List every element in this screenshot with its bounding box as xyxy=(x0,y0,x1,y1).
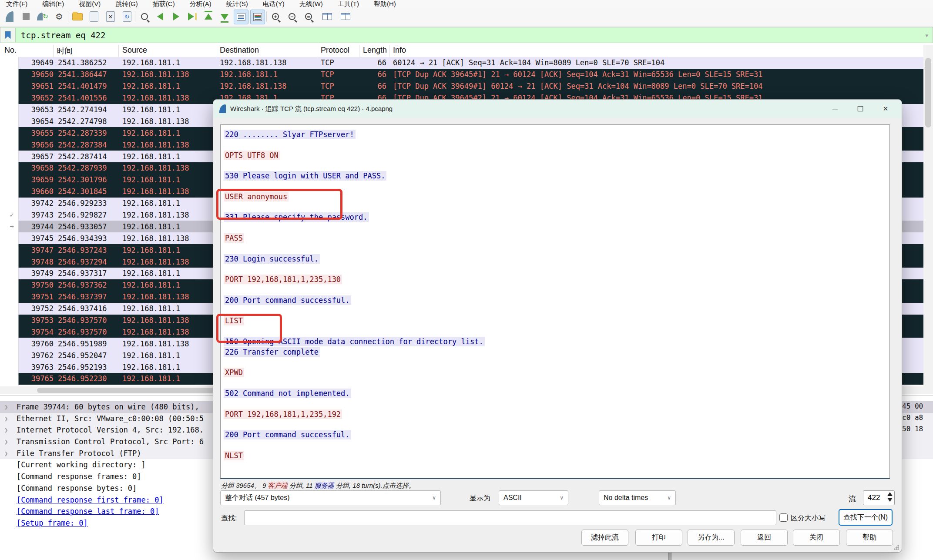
cell-time: 2546.952047 xyxy=(54,351,119,360)
filter-input[interactable]: tcp.stream eq 422 xyxy=(21,30,105,40)
filter-bookmark-icon[interactable] xyxy=(0,28,16,42)
cell-proto: TCP xyxy=(317,58,359,67)
vertical-scrollbar[interactable] xyxy=(923,45,933,394)
go-back-icon[interactable] xyxy=(153,10,167,23)
menu-item-11[interactable]: 帮助(H) xyxy=(374,0,396,8)
expand-chevron-icon[interactable]: ❯ xyxy=(4,436,8,448)
cell-no: 39660 xyxy=(18,187,54,196)
packet-bytes-pane: 45 00c0 a850 18 xyxy=(902,401,923,435)
minimize-button[interactable]: — xyxy=(822,100,848,118)
delta-times-combo[interactable]: No delta times∨ xyxy=(599,490,676,505)
vertical-scrollbar-thumb[interactable] xyxy=(925,58,931,127)
spinner-down-icon[interactable] xyxy=(887,498,893,502)
cell-gut xyxy=(0,315,5,326)
numbered-columns-icon[interactable] xyxy=(339,10,352,23)
cell-src: 192.168.181.1 xyxy=(119,105,216,114)
colorize-icon[interactable] xyxy=(250,10,265,24)
capture-options-icon[interactable]: ⚙ xyxy=(52,10,66,23)
cell-mark xyxy=(5,57,18,69)
cell-mark xyxy=(5,198,18,209)
cell-src: 192.168.181.1 xyxy=(119,374,216,383)
expand-chevron-icon[interactable]: ❯ xyxy=(4,413,8,425)
auto-scroll-icon[interactable] xyxy=(234,10,248,24)
menu-item-4[interactable]: 跳转(G) xyxy=(115,0,138,8)
close-button[interactable]: ✕ xyxy=(873,100,898,118)
stream-content[interactable]: 220 ........ Slyar FTPserver!OPTS UTF8 O… xyxy=(220,124,890,479)
cell-mark xyxy=(5,80,18,92)
maximize-button[interactable]: ☐ xyxy=(848,100,873,118)
stream-text: 226 Transfer complete xyxy=(224,347,320,357)
packet-row-39651[interactable]: 396512541.401479192.168.181.1192.168.181… xyxy=(0,80,923,92)
menu-item-10[interactable]: 工具(T) xyxy=(338,0,359,8)
stream-range-combo[interactable]: 整个对话 (457 bytes)∨ xyxy=(220,490,441,505)
dialog-title-bar[interactable]: Wireshark · 追踪 TCP 流 (tcp.stream eq 422)… xyxy=(213,100,902,118)
go-to-bottom-icon[interactable] xyxy=(218,10,232,24)
cell-no: 39765 xyxy=(18,374,54,383)
packet-row-39650[interactable]: 396502541.386447192.168.181.138192.168.1… xyxy=(0,69,923,80)
pane-splitter[interactable] xyxy=(668,553,671,560)
cell-no: 39763 xyxy=(18,363,54,372)
expand-chevron-icon[interactable]: ❯ xyxy=(4,401,8,413)
stream-line-blank xyxy=(221,326,889,337)
back-button[interactable]: 返回 xyxy=(741,530,788,546)
help-button[interactable]: 帮助 xyxy=(846,530,893,546)
start-capture-icon[interactable] xyxy=(3,10,17,23)
cell-info: [TCP Dup ACK 39645#1] 21 → 60124 [ACK] S… xyxy=(389,70,923,79)
col-length[interactable]: Length xyxy=(359,45,389,57)
case-sensitive-checkbox[interactable] xyxy=(779,513,788,522)
menu-item-2[interactable]: 编辑(E) xyxy=(42,0,64,8)
zoom-in-icon[interactable]: + xyxy=(268,10,282,23)
spinner-up-icon[interactable] xyxy=(887,492,893,496)
restart-capture-icon[interactable]: ↻ xyxy=(36,10,50,23)
zoom-reset-icon[interactable]: = xyxy=(302,10,315,23)
find-next-button[interactable]: 查找下一个(N) xyxy=(839,509,893,526)
save-as-button[interactable]: 另存为... xyxy=(688,530,735,546)
packet-row-39649[interactable]: 396492541.386252192.168.181.1192.168.181… xyxy=(0,57,923,69)
stream-number-spinner[interactable]: 422 xyxy=(863,490,895,505)
go-forward-icon[interactable] xyxy=(169,10,183,23)
cell-no: 39653 xyxy=(18,105,54,114)
reload-file-icon[interactable]: ↻ xyxy=(120,10,134,23)
resize-grip[interactable] xyxy=(894,545,899,550)
col-source[interactable]: Source xyxy=(119,45,216,57)
case-sensitive-label: 区分大小写 xyxy=(791,514,826,523)
menu-item-8[interactable]: 电话(Y) xyxy=(263,0,285,8)
filter-dropdown-icon[interactable]: ▾ xyxy=(925,32,928,39)
menu-item-3[interactable]: 视图(V) xyxy=(79,0,101,8)
menu-item-7[interactable]: 统计(S) xyxy=(226,0,248,8)
stream-text: 502 Command not implemented. xyxy=(224,389,351,398)
filter-out-stream-button[interactable]: 滤掉此流 xyxy=(581,530,628,546)
menu-item-6[interactable]: 分析(A) xyxy=(190,0,211,8)
cell-no: 39760 xyxy=(18,339,54,348)
cell-no: 39654 xyxy=(18,117,54,126)
open-file-icon[interactable] xyxy=(70,10,84,23)
col-info[interactable]: Info xyxy=(389,45,933,57)
cell-src: 192.168.181.138 xyxy=(119,211,216,219)
expand-chevron-icon[interactable]: ❯ xyxy=(4,448,8,459)
col-protocol[interactable]: Protocol xyxy=(317,45,359,57)
zoom-out-icon[interactable]: − xyxy=(285,10,299,23)
close-dialog-button[interactable]: 关闭 xyxy=(793,530,840,546)
menu-item-5[interactable]: 捕获(C) xyxy=(153,0,175,8)
col-time[interactable]: 时间 xyxy=(54,45,119,57)
resize-columns-icon[interactable] xyxy=(320,10,334,23)
find-packet-icon[interactable] xyxy=(138,10,151,23)
col-no[interactable]: No. xyxy=(0,45,54,57)
display-filter-bar[interactable]: tcp.stream eq 422 ▾ xyxy=(0,27,933,43)
stop-capture-icon[interactable] xyxy=(19,10,33,23)
show-as-combo[interactable]: ASCII∨ xyxy=(499,490,568,505)
menu-item-9[interactable]: 无线(W) xyxy=(299,0,323,8)
go-to-top-icon[interactable] xyxy=(201,10,215,23)
cell-mark: → xyxy=(5,221,18,232)
save-file-icon[interactable] xyxy=(87,10,101,23)
menu-item-1[interactable]: 文件(F) xyxy=(6,0,27,8)
col-destination[interactable]: Destination xyxy=(216,45,317,57)
stream-line-client: PORT 192,168,181,1,235,130 xyxy=(221,275,889,285)
find-input[interactable] xyxy=(244,510,776,525)
print-button[interactable]: 打印 xyxy=(635,530,682,546)
go-to-packet-icon[interactable] xyxy=(185,10,199,23)
close-file-icon[interactable]: ✕ xyxy=(104,10,117,23)
expand-chevron-icon[interactable]: ❯ xyxy=(4,424,8,436)
cell-time: 2546.937416 xyxy=(54,304,119,313)
cell-src: 192.168.181.138 xyxy=(119,258,216,266)
